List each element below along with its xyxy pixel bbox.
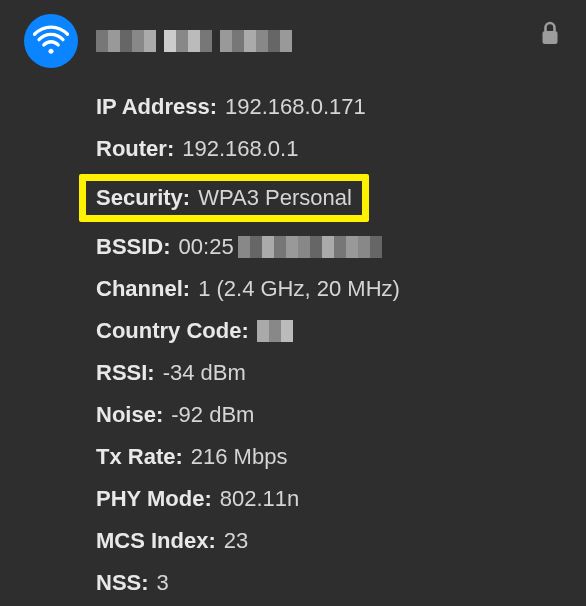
- wifi-panel-header: [0, 0, 586, 76]
- mcs-index-value: 23: [224, 530, 248, 552]
- tx-rate-value: 216 Mbps: [191, 446, 288, 468]
- bssid-redacted-suffix: [238, 236, 382, 258]
- row-country-code: Country Code:: [96, 310, 566, 352]
- ip-address-value: 192.168.0.171: [225, 96, 366, 118]
- row-security: Security: WPA3 Personal: [96, 187, 352, 209]
- row-ip-address: IP Address: 192.168.0.171: [96, 86, 566, 128]
- bssid-value-prefix: 00:25: [179, 236, 234, 258]
- row-channel: Channel: 1 (2.4 GHz, 20 MHz): [96, 268, 566, 310]
- wifi-details-list: IP Address: 192.168.0.171 Router: 192.16…: [0, 76, 586, 604]
- mcs-index-label: MCS Index:: [96, 530, 216, 552]
- row-router: Router: 192.168.0.1: [96, 128, 566, 170]
- country-code-redacted: [257, 320, 293, 342]
- phy-mode-value: 802.11n: [220, 488, 300, 510]
- noise-value: -92 dBm: [171, 404, 254, 426]
- row-bssid: BSSID: 00:25: [96, 226, 566, 268]
- router-label: Router:: [96, 138, 174, 160]
- wifi-icon: [24, 14, 78, 68]
- svg-rect-0: [543, 31, 558, 44]
- tx-rate-label: Tx Rate:: [96, 446, 183, 468]
- row-noise: Noise: -92 dBm: [96, 394, 566, 436]
- phy-mode-label: PHY Mode:: [96, 488, 212, 510]
- country-code-label: Country Code:: [96, 320, 249, 342]
- rssi-value: -34 dBm: [163, 362, 246, 384]
- row-phy-mode: PHY Mode: 802.11n: [96, 478, 566, 520]
- ip-address-label: IP Address:: [96, 96, 217, 118]
- channel-value: 1 (2.4 GHz, 20 MHz): [198, 278, 400, 300]
- network-ssid: [96, 30, 292, 52]
- security-highlight-box: Security: WPA3 Personal: [79, 174, 369, 222]
- row-tx-rate: Tx Rate: 216 Mbps: [96, 436, 566, 478]
- channel-label: Channel:: [96, 278, 190, 300]
- security-value: WPA3 Personal: [198, 187, 352, 209]
- router-value: 192.168.0.1: [182, 138, 298, 160]
- row-mcs-index: MCS Index: 23: [96, 520, 566, 562]
- nss-label: NSS:: [96, 572, 149, 594]
- ssid-redacted: [96, 30, 292, 52]
- nss-value: 3: [157, 572, 169, 594]
- row-nss: NSS: 3: [96, 562, 566, 604]
- bssid-label: BSSID:: [96, 236, 171, 258]
- rssi-label: RSSI:: [96, 362, 155, 384]
- lock-icon: [540, 20, 560, 50]
- row-rssi: RSSI: -34 dBm: [96, 352, 566, 394]
- noise-label: Noise:: [96, 404, 163, 426]
- security-label: Security:: [96, 187, 190, 209]
